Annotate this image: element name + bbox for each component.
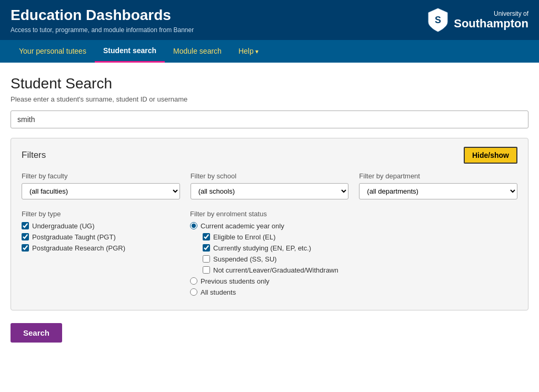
app-subtitle: Access to tutor, programme, and module i… [11, 26, 194, 34]
en-label: Currently studying (EN, EP, etc.) [213, 244, 311, 252]
school-label: Filter by school [191, 172, 349, 180]
ug-label: Undergraduate (UG) [32, 222, 95, 230]
nav-module-search[interactable]: Module search [165, 41, 230, 62]
pgt-checkbox[interactable] [22, 233, 29, 240]
header-branding: Education Dashboards Access to tutor, pr… [11, 6, 194, 34]
page-title: Student Search [11, 75, 528, 92]
radio-current: Current academic year only [190, 222, 517, 230]
filter-by-type: Filter by type Undergraduate (UG) Postgr… [22, 210, 179, 299]
ss-checkbox[interactable] [203, 255, 210, 263]
filter-dropdowns-row: Filter by faculty (all faculties) Filter… [22, 172, 517, 199]
page-subtitle: Please enter a student's surname, studen… [11, 95, 528, 103]
current-sub-options: Eligible to Enrol (EL) Currently studyin… [203, 233, 517, 274]
faculty-filter-group: Filter by faculty (all faculties) [22, 172, 180, 199]
school-select[interactable]: (all schools) [191, 183, 349, 199]
filter-type-label: Filter by type [22, 210, 179, 218]
svg-text:S: S [435, 15, 441, 25]
app-title: Education Dashboards [11, 6, 194, 24]
checkbox-el: Eligible to Enrol (EL) [203, 233, 517, 241]
nc-label: Not current/Leaver/Graduated/Withdrawn [213, 266, 338, 274]
main-content: Student Search Please enter a student's … [0, 63, 539, 355]
checkbox-pgt: Postgraduate Taught (PGT) [22, 233, 179, 241]
el-checkbox[interactable] [203, 233, 210, 240]
ug-checkbox[interactable] [22, 222, 29, 229]
university-logo: S University of Southampton [427, 7, 528, 33]
pgt-label: Postgraduate Taught (PGT) [32, 233, 116, 241]
el-label: Eligible to Enrol (EL) [213, 233, 276, 241]
en-checkbox[interactable] [203, 244, 210, 252]
nc-checkbox[interactable] [203, 266, 210, 274]
current-radio[interactable] [190, 222, 197, 229]
hide-show-button[interactable]: Hide/show [464, 147, 517, 164]
search-button[interactable]: Search [11, 323, 62, 343]
radio-all: All students [190, 288, 517, 296]
filter-checks-row: Filter by type Undergraduate (UG) Postgr… [22, 210, 517, 299]
nav-personal-tutees[interactable]: Your personal tutees [11, 41, 95, 62]
current-label: Current academic year only [201, 222, 284, 230]
logo-top: University of [454, 10, 528, 17]
faculty-label: Filter by faculty [22, 172, 180, 180]
department-label: Filter by department [359, 172, 517, 180]
previous-label: Previous students only [201, 277, 270, 285]
all-label: All students [201, 288, 236, 296]
search-input[interactable] [11, 110, 528, 128]
ss-label: Suspended (SS, SU) [213, 255, 277, 263]
header: Education Dashboards Access to tutor, pr… [0, 0, 539, 40]
filters-header: Filters Hide/show [22, 147, 517, 164]
faculty-select[interactable]: (all faculties) [22, 183, 180, 199]
radio-previous: Previous students only [190, 277, 517, 285]
pgr-checkbox[interactable] [22, 244, 29, 252]
filter-enrolment-label: Filter by enrolment status [190, 210, 517, 218]
filters-box: Filters Hide/show Filter by faculty (all… [11, 138, 528, 310]
filter-by-enrolment: Filter by enrolment status Current acade… [190, 210, 517, 299]
checkbox-ss: Suspended (SS, SU) [203, 255, 517, 263]
nav-student-search[interactable]: Student search [95, 40, 165, 63]
logo-bottom: Southampton [454, 17, 528, 30]
previous-radio[interactable] [190, 277, 197, 285]
pgr-label: Postgraduate Research (PGR) [32, 244, 125, 252]
shield-icon: S [427, 7, 448, 33]
filters-title: Filters [22, 150, 46, 160]
logo-text: University of Southampton [454, 10, 528, 30]
checkbox-en: Currently studying (EN, EP, etc.) [203, 244, 517, 252]
all-radio[interactable] [190, 288, 197, 296]
nav-help[interactable]: Help [230, 41, 267, 62]
checkbox-nc: Not current/Leaver/Graduated/Withdrawn [203, 266, 517, 274]
department-filter-group: Filter by department (all departments) [359, 172, 517, 199]
school-filter-group: Filter by school (all schools) [191, 172, 349, 199]
checkbox-pgr: Postgraduate Research (PGR) [22, 244, 179, 252]
department-select[interactable]: (all departments) [359, 183, 517, 199]
checkbox-ug: Undergraduate (UG) [22, 222, 179, 230]
main-nav: Your personal tutees Student search Modu… [0, 40, 539, 63]
